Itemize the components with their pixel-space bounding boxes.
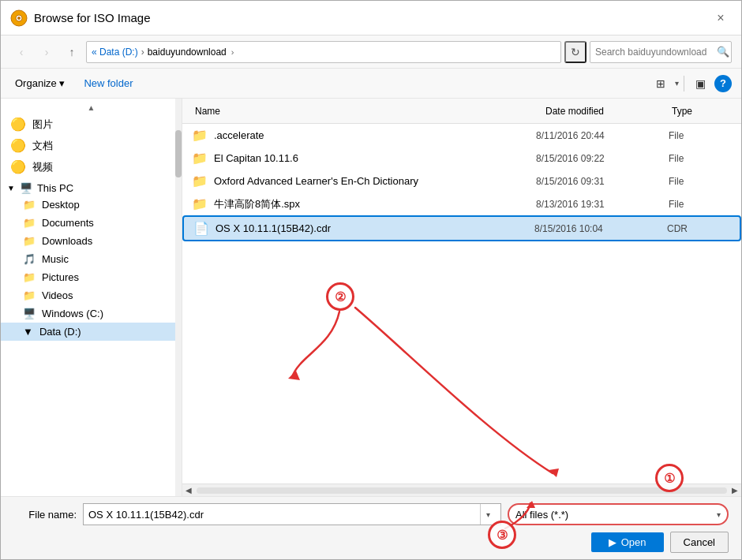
open-button[interactable]: ▶ Open bbox=[591, 532, 664, 552]
sidebar-item-datad[interactable]: ▼ Data (D:) bbox=[1, 323, 182, 341]
sidebar-item-desktop[interactable]: 📁 Desktop bbox=[1, 196, 182, 214]
documents2-icon: 📁 bbox=[23, 217, 36, 229]
new-folder-button[interactable]: New folder bbox=[79, 75, 137, 91]
downloads-icon: 📁 bbox=[23, 235, 36, 247]
bottom-actions: ▶ Open Cancel bbox=[13, 532, 729, 553]
sidebar-item-label: 图片 bbox=[32, 118, 53, 132]
breadcrumb-bar: « Data (D:) › baiduyundownload › bbox=[86, 41, 561, 63]
thispc-collapse-icon: ▼ bbox=[7, 184, 15, 192]
sidebar-item-label: Windows (C:) bbox=[42, 308, 103, 319]
filename-row: File name: ▾ All files (*.*) ▾ bbox=[13, 503, 729, 525]
main-content: ▲ 🟡 图片 🟡 文档 🟡 视频 ▼ 🖥️ This PC bbox=[1, 99, 741, 496]
svg-point-2 bbox=[17, 17, 21, 20]
desktop-icon: 📁 bbox=[23, 199, 36, 211]
file-type: File bbox=[669, 199, 732, 210]
sidebar-item-documents[interactable]: 🟡 文档 bbox=[1, 135, 182, 156]
file-date: 8/15/2016 09:22 bbox=[536, 153, 662, 164]
open-arrow-icon: ▶ bbox=[609, 536, 616, 548]
file-list-body: 📁 .accelerate 8/11/2016 20:44 File 📁 El … bbox=[182, 124, 741, 483]
file-type: File bbox=[669, 130, 732, 141]
sidebar-item-videos2[interactable]: 📁 Videos bbox=[1, 286, 182, 304]
sidebar-item-documents2[interactable]: 📁 Documents bbox=[1, 214, 182, 232]
title-bar-icon bbox=[10, 9, 28, 27]
file-date: 8/15/2016 09:31 bbox=[536, 176, 662, 187]
file-date: 8/13/2016 19:31 bbox=[536, 199, 662, 210]
sidebar-item-label: 视频 bbox=[32, 160, 53, 174]
windowsc-icon: 🖥️ bbox=[23, 308, 36, 319]
sidebar-item-videos[interactable]: 🟡 视频 bbox=[1, 156, 182, 177]
bottom-bar: File name: ▾ All files (*.*) ▾ ▶ Open Ca… bbox=[1, 496, 741, 559]
sidebar-item-downloads[interactable]: 📁 Downloads bbox=[1, 232, 182, 250]
sidebar-item-label: Data (D:) bbox=[39, 326, 81, 338]
sidebar-item-pictures[interactable]: 🟡 图片 bbox=[1, 114, 182, 135]
sidebar-item-label: Downloads bbox=[42, 235, 92, 247]
toolbar: ‹ › ↑ « Data (D:) › baiduyundownload › ↻… bbox=[1, 35, 741, 69]
videos-icon: 🟡 bbox=[10, 159, 26, 174]
file-panel: Name Date modified Type 📁 .accelerate 8/… bbox=[182, 99, 741, 496]
file-row-accelerate[interactable]: 📁 .accelerate 8/11/2016 20:44 File bbox=[182, 124, 741, 147]
sidebar-scroll-up[interactable]: ▲ bbox=[1, 102, 182, 114]
sidebar-item-label: Music bbox=[42, 253, 69, 265]
close-button[interactable]: × bbox=[710, 7, 732, 29]
file-name: .accelerate bbox=[214, 129, 530, 141]
file-name: Oxford Advanced Learner's En-Ch Dictiona… bbox=[214, 175, 530, 187]
col-header-name[interactable]: Name bbox=[192, 106, 542, 117]
filename-input[interactable] bbox=[88, 509, 480, 521]
file-date: 8/15/2016 10:04 bbox=[534, 223, 661, 234]
datad-icon: ▼ bbox=[23, 326, 33, 338]
sidebar-scrollbar-thumb bbox=[175, 130, 182, 177]
breadcrumb-part1[interactable]: « Data (D:) bbox=[92, 47, 138, 58]
sidebar-item-pictures2[interactable]: 📁 Pictures bbox=[1, 268, 182, 286]
dialog-title: Browse for ISO Image bbox=[34, 11, 710, 24]
action-bar-right: ⊞ ▾ ▣ ? bbox=[650, 73, 732, 95]
thispc-section[interactable]: ▼ 🖥️ This PC bbox=[1, 177, 182, 196]
filename-dropdown-button[interactable]: ▾ bbox=[480, 504, 496, 525]
sidebar-item-label: Documents bbox=[42, 217, 94, 229]
col-header-date[interactable]: Date modified bbox=[542, 106, 669, 117]
refresh-button[interactable]: ↻ bbox=[564, 41, 586, 63]
file-row-oxford[interactable]: 📁 Oxford Advanced Learner's En-Ch Dictio… bbox=[182, 170, 741, 192]
view-grid-button[interactable]: ⊞ bbox=[650, 73, 672, 95]
col-header-type[interactable]: Type bbox=[669, 106, 732, 117]
open-label: Open bbox=[621, 536, 646, 548]
sidebar-item-label: Desktop bbox=[42, 199, 80, 211]
sidebar-item-label: Videos bbox=[42, 289, 73, 301]
file-type: File bbox=[669, 153, 732, 164]
sidebar-item-music[interactable]: 🎵 Music bbox=[1, 250, 182, 268]
documents-icon: 🟡 bbox=[10, 138, 26, 153]
file-row-niujin[interactable]: 📁 牛津高阶8简体.spx 8/13/2016 19:31 File bbox=[182, 192, 741, 215]
file-name: OS X 10.11.1(15B42).cdr bbox=[215, 222, 528, 234]
file-row-osx[interactable]: 📄 OS X 10.11.1(15B42).cdr 8/15/2016 10:0… bbox=[182, 215, 741, 241]
cancel-button[interactable]: Cancel bbox=[670, 532, 729, 553]
filetype-chevron-icon: ▾ bbox=[717, 510, 721, 519]
folder-icon: 📁 bbox=[192, 196, 208, 211]
scroll-right-button[interactable]: ▶ bbox=[729, 484, 741, 497]
file-type: CDR bbox=[667, 223, 730, 234]
forward-button[interactable]: › bbox=[36, 41, 58, 63]
sidebar-item-label: Pictures bbox=[42, 271, 79, 283]
folder-icon: 📁 bbox=[192, 151, 208, 166]
search-input[interactable] bbox=[595, 47, 714, 58]
search-icon: 🔍 bbox=[717, 46, 729, 58]
help-button[interactable]: ? bbox=[714, 75, 732, 92]
music-icon: 🎵 bbox=[23, 253, 36, 265]
breadcrumb-expand-icon[interactable]: › bbox=[230, 47, 236, 57]
up-button[interactable]: ↑ bbox=[61, 41, 83, 63]
thispc-label: This PC bbox=[37, 182, 73, 194]
back-button[interactable]: ‹ bbox=[10, 41, 32, 63]
scroll-left-button[interactable]: ◀ bbox=[182, 484, 195, 497]
horizontal-scrollbar[interactable]: ◀ ▶ bbox=[182, 483, 741, 496]
filetype-select[interactable]: All files (*.*) ▾ bbox=[508, 503, 729, 525]
pictures2-icon: 📁 bbox=[23, 271, 36, 283]
breadcrumb-sep1: › bbox=[141, 47, 144, 58]
action-bar: Organize ▾ New folder ⊞ ▾ ▣ ? bbox=[1, 69, 741, 99]
view-chevron-icon[interactable]: ▾ bbox=[675, 79, 679, 88]
file-row-elcapitan[interactable]: 📁 El Capitan 10.11.6 8/15/2016 09:22 Fil… bbox=[182, 147, 741, 170]
pictures-icon: 🟡 bbox=[10, 117, 26, 132]
sidebar-scrollbar[interactable] bbox=[175, 99, 182, 496]
breadcrumb-current[interactable]: baiduyundownload bbox=[148, 47, 227, 58]
sidebar-item-windowsc[interactable]: 🖥️ Windows (C:) bbox=[1, 304, 182, 323]
title-bar: Browse for ISO Image × bbox=[1, 1, 741, 35]
organize-button[interactable]: Organize ▾ bbox=[10, 75, 69, 91]
pane-button[interactable]: ▣ bbox=[689, 73, 711, 95]
